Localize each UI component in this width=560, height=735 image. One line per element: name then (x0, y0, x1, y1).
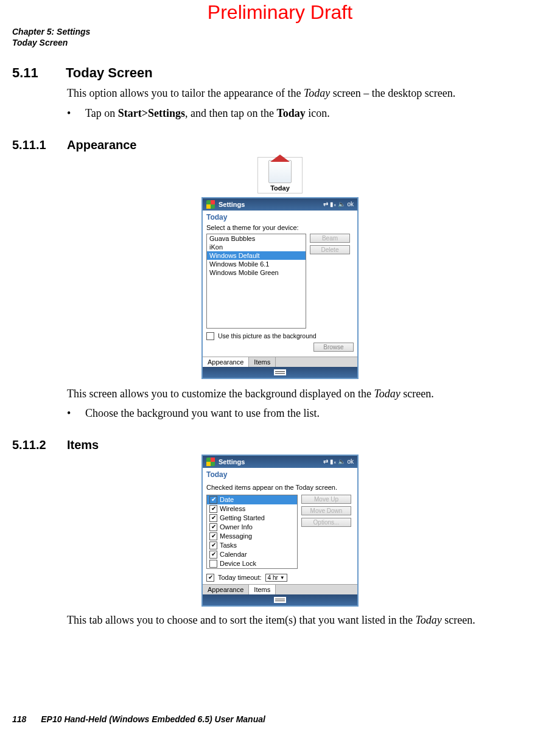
chapter-line-1: Chapter 5: Settings (12, 26, 548, 37)
appearance-desc-pre: This screen allows you to customize the … (67, 388, 374, 400)
list-item[interactable]: ✔Getting Started (207, 514, 297, 523)
list-item[interactable]: Guava Bubbles (207, 234, 306, 243)
subsection-items: 5.11.2 Items (12, 438, 548, 452)
connectivity-icon: ⇄ (323, 201, 328, 207)
list-item[interactable]: ✔Calendar (207, 550, 297, 559)
section-heading: 5.11 Today Screen (12, 65, 548, 81)
delete-button[interactable]: Delete (310, 245, 350, 254)
tab-appearance[interactable]: Appearance (203, 585, 249, 594)
item-label: Date (220, 496, 234, 503)
checkbox-icon[interactable] (209, 560, 217, 568)
background-checkbox-row: Use this picture as the background (206, 332, 354, 340)
volume-icon: 🔈 (338, 458, 345, 465)
item-label: Device Lock (220, 560, 256, 567)
list-item[interactable]: ✔Owner Info (207, 523, 297, 532)
tab-items[interactable]: Items (249, 585, 276, 594)
beam-button[interactable]: Beam (310, 234, 350, 243)
list-item[interactable]: iKon (207, 243, 306, 251)
checkbox-icon[interactable]: ✔ (209, 532, 217, 540)
items-instruction-label: Checked items appear on the Today screen… (206, 484, 354, 491)
list-item-date[interactable]: ✔Date (207, 495, 297, 504)
list-item[interactable]: Device Lock (207, 559, 297, 568)
timeout-checkbox[interactable]: ✔ (206, 574, 214, 582)
checkbox-icon[interactable]: ✔ (209, 542, 217, 549)
list-item[interactable]: ✔Wireless (207, 504, 297, 514)
browse-button[interactable]: Browse (313, 343, 354, 352)
list-item[interactable]: ✔Messaging (207, 532, 297, 541)
appearance-description: This screen allows you to customize the … (67, 386, 548, 401)
list-item[interactable]: Windows Mobile Green (207, 268, 306, 277)
options-button[interactable]: Options... (301, 518, 351, 527)
chapter-heading: Chapter 5: Settings Today Screen (12, 26, 548, 48)
bullet1-bold1: Start>Settings (118, 107, 185, 119)
tab-items[interactable]: Items (249, 357, 276, 367)
sip-bar (203, 367, 357, 378)
tab-strip: Appearance Items (203, 357, 357, 367)
keyboard-icon[interactable] (274, 597, 286, 603)
tab-appearance[interactable]: Appearance (203, 357, 249, 367)
select-theme-label: Select a theme for your device: (206, 224, 354, 231)
items-desc-em: Today (415, 614, 441, 626)
list-item-selected[interactable]: Windows Default (207, 251, 306, 260)
item-label: Owner Info (220, 523, 253, 531)
checkbox-icon[interactable]: ✔ (209, 514, 217, 522)
section-title: Today Screen (66, 65, 153, 81)
item-label: Getting Started (220, 514, 265, 521)
bullet1-bold2: Today (276, 107, 305, 119)
item-label: Calendar (220, 551, 247, 558)
intro-em: Today (304, 87, 330, 99)
subsection-appearance: 5.11.1 Appearance (12, 138, 548, 152)
chapter-line-2: Today Screen (12, 37, 548, 48)
windows-logo-icon (206, 458, 215, 466)
appearance-desc-post: screen. (401, 388, 434, 400)
device-header: Settings ⇄ ▮ₓ 🔈 ok (203, 456, 357, 468)
timeout-label: Today timeout: (218, 574, 262, 581)
list-item[interactable]: ✔Tasks (207, 541, 297, 550)
preliminary-draft-header: Preliminary Draft (12, 1, 548, 24)
bullet-text: Tap on Start>Settings, and then tap on t… (85, 107, 330, 120)
items-desc-pre: This tab allows you to choose and to sor… (67, 614, 415, 626)
device-header-title: Settings (219, 458, 320, 465)
checkbox-icon[interactable]: ✔ (209, 496, 217, 504)
timeout-row: ✔ Today timeout: 4 hr ▼ (206, 574, 354, 582)
chevron-down-icon: ▼ (280, 575, 285, 580)
intro-paragraph: This option allows you to tailor the app… (67, 86, 548, 100)
move-up-button[interactable]: Move Up (301, 495, 351, 504)
bullet1-end: icon. (306, 107, 330, 119)
items-desc-post: screen. (442, 614, 475, 626)
appearance-bullet-text: Choose the background you want to use fr… (85, 407, 320, 420)
bullet-nav-instruction: • Tap on Start>Settings, and then tap on… (67, 107, 548, 120)
background-checkbox-label: Use this picture as the background (218, 332, 317, 340)
checkbox-icon[interactable]: ✔ (209, 523, 217, 531)
checkbox-icon[interactable]: ✔ (209, 551, 217, 559)
intro-pre: This option allows you to tailor the app… (67, 87, 304, 99)
document-title: EP10 Hand-Held (Windows Embedded 6.5) Us… (41, 714, 265, 724)
item-label: Messaging (220, 532, 252, 540)
checkbox-icon[interactable]: ✔ (209, 505, 217, 513)
signal-icon: ▮ₓ (330, 201, 336, 207)
appearance-screenshot: Settings ⇄ ▮ₓ 🔈 ok Today Select a theme … (201, 197, 359, 379)
header-status-icons: ⇄ ▮ₓ 🔈 ok (323, 201, 354, 207)
move-down-button[interactable]: Move Down (301, 506, 351, 515)
today-icon-block: Today (257, 157, 303, 193)
bullet-char: • (67, 107, 85, 120)
page-number: 118 (12, 714, 26, 724)
ok-button[interactable]: ok (347, 201, 354, 207)
items-screenshot: Settings ⇄ ▮ₓ 🔈 ok Today Checked items a… (201, 455, 359, 607)
ok-button[interactable]: ok (347, 458, 354, 465)
connectivity-icon: ⇄ (323, 458, 328, 465)
sip-bar (203, 594, 357, 605)
timeout-select[interactable]: 4 hr ▼ (265, 574, 287, 582)
background-checkbox[interactable] (206, 332, 214, 340)
subsection-number: 5.11.1 (12, 138, 54, 152)
items-checklist[interactable]: ✔Date ✔Wireless ✔Getting Started ✔Owner … (206, 495, 298, 569)
theme-listbox[interactable]: Guava Bubbles iKon Windows Default Windo… (206, 234, 306, 329)
header-status-icons: ⇄ ▮ₓ 🔈 ok (323, 458, 354, 465)
appearance-bullet: • Choose the background you want to use … (67, 407, 548, 420)
windows-logo-icon (206, 200, 215, 209)
keyboard-icon[interactable] (274, 369, 286, 375)
bullet1-pre: Tap on (85, 107, 118, 119)
screen-subtitle: Today (203, 468, 357, 480)
list-item[interactable]: Windows Mobile 6.1 (207, 260, 306, 268)
today-icon-label: Today (261, 184, 299, 192)
